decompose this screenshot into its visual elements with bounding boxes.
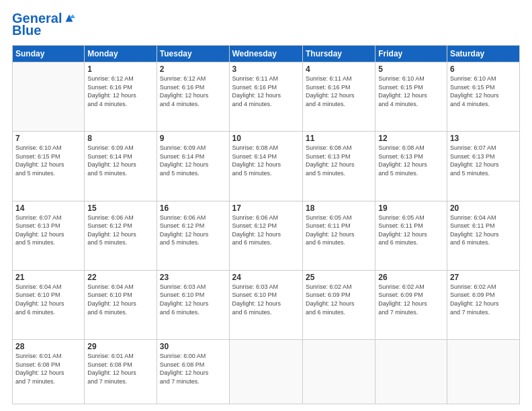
day-info: Sunrise: 6:09 AM Sunset: 6:14 PM Dayligh… bbox=[160, 144, 226, 177]
calendar-week-3: 14Sunrise: 6:07 AM Sunset: 6:13 PM Dayli… bbox=[13, 201, 520, 270]
day-info: Sunrise: 6:08 AM Sunset: 6:14 PM Dayligh… bbox=[232, 144, 300, 177]
calendar-cell: 14Sunrise: 6:07 AM Sunset: 6:13 PM Dayli… bbox=[13, 201, 85, 270]
day-number: 13 bbox=[450, 134, 517, 143]
calendar-cell: 29Sunrise: 6:01 AM Sunset: 6:08 PM Dayli… bbox=[85, 340, 157, 404]
day-info: Sunrise: 6:07 AM Sunset: 6:13 PM Dayligh… bbox=[450, 144, 517, 177]
day-number: 2 bbox=[160, 64, 226, 74]
day-info: Sunrise: 6:12 AM Sunset: 6:16 PM Dayligh… bbox=[160, 75, 226, 108]
day-number: 1 bbox=[87, 64, 153, 74]
day-info: Sunrise: 6:04 AM Sunset: 6:11 PM Dayligh… bbox=[450, 214, 517, 247]
calendar-cell: 17Sunrise: 6:06 AM Sunset: 6:12 PM Dayli… bbox=[229, 201, 302, 270]
calendar-cell: 23Sunrise: 6:03 AM Sunset: 6:10 PM Dayli… bbox=[157, 270, 229, 339]
calendar-cell: 10Sunrise: 6:08 AM Sunset: 6:14 PM Dayli… bbox=[229, 132, 302, 201]
day-info: Sunrise: 6:02 AM Sunset: 6:09 PM Dayligh… bbox=[306, 283, 372, 316]
calendar-cell: 4Sunrise: 6:11 AM Sunset: 6:16 PM Daylig… bbox=[302, 62, 375, 132]
calendar-cell bbox=[229, 340, 302, 404]
day-info: Sunrise: 6:10 AM Sunset: 6:15 PM Dayligh… bbox=[450, 75, 517, 108]
calendar-cell: 18Sunrise: 6:05 AM Sunset: 6:11 PM Dayli… bbox=[302, 201, 375, 270]
day-info: Sunrise: 6:10 AM Sunset: 6:15 PM Dayligh… bbox=[378, 75, 444, 108]
day-number: 28 bbox=[15, 342, 81, 351]
column-header-wednesday: Wednesday bbox=[229, 46, 302, 62]
day-info: Sunrise: 6:05 AM Sunset: 6:11 PM Dayligh… bbox=[378, 214, 444, 247]
day-info: Sunrise: 6:06 AM Sunset: 6:12 PM Dayligh… bbox=[232, 214, 300, 247]
day-info: Sunrise: 6:10 AM Sunset: 6:15 PM Dayligh… bbox=[15, 144, 81, 177]
day-number: 4 bbox=[306, 64, 372, 74]
day-info: Sunrise: 6:08 AM Sunset: 6:13 PM Dayligh… bbox=[306, 144, 372, 177]
calendar-cell: 27Sunrise: 6:02 AM Sunset: 6:09 PM Dayli… bbox=[447, 270, 519, 339]
day-info: Sunrise: 6:06 AM Sunset: 6:12 PM Dayligh… bbox=[87, 214, 153, 247]
day-number: 27 bbox=[450, 273, 517, 282]
day-number: 3 bbox=[232, 64, 300, 74]
header: General Blue bbox=[12, 11, 520, 38]
day-number: 14 bbox=[15, 203, 81, 213]
column-header-friday: Friday bbox=[375, 46, 447, 62]
logo: General Blue bbox=[12, 11, 75, 38]
day-number: 6 bbox=[450, 64, 517, 74]
calendar-header-row: SundayMondayTuesdayWednesdayThursdayFrid… bbox=[13, 46, 520, 62]
calendar-cell: 30Sunrise: 6:00 AM Sunset: 6:08 PM Dayli… bbox=[157, 340, 229, 404]
day-info: Sunrise: 6:05 AM Sunset: 6:11 PM Dayligh… bbox=[306, 214, 372, 247]
column-header-tuesday: Tuesday bbox=[157, 46, 229, 62]
calendar-cell: 2Sunrise: 6:12 AM Sunset: 6:16 PM Daylig… bbox=[157, 62, 229, 132]
calendar-cell: 13Sunrise: 6:07 AM Sunset: 6:13 PM Dayli… bbox=[447, 132, 519, 201]
day-info: Sunrise: 6:02 AM Sunset: 6:09 PM Dayligh… bbox=[450, 283, 517, 316]
calendar-week-4: 21Sunrise: 6:04 AM Sunset: 6:10 PM Dayli… bbox=[13, 270, 520, 339]
day-info: Sunrise: 6:02 AM Sunset: 6:09 PM Dayligh… bbox=[378, 283, 444, 316]
calendar-week-5: 28Sunrise: 6:01 AM Sunset: 6:08 PM Dayli… bbox=[13, 340, 520, 404]
day-info: Sunrise: 6:04 AM Sunset: 6:10 PM Dayligh… bbox=[87, 283, 153, 316]
calendar-cell: 12Sunrise: 6:08 AM Sunset: 6:13 PM Dayli… bbox=[375, 132, 447, 201]
day-info: Sunrise: 6:11 AM Sunset: 6:16 PM Dayligh… bbox=[232, 75, 300, 108]
day-info: Sunrise: 6:07 AM Sunset: 6:13 PM Dayligh… bbox=[15, 214, 81, 247]
calendar-cell: 16Sunrise: 6:06 AM Sunset: 6:12 PM Dayli… bbox=[157, 201, 229, 270]
day-info: Sunrise: 6:09 AM Sunset: 6:14 PM Dayligh… bbox=[87, 144, 153, 177]
day-info: Sunrise: 6:01 AM Sunset: 6:08 PM Dayligh… bbox=[87, 352, 153, 385]
day-number: 26 bbox=[378, 273, 444, 282]
day-info: Sunrise: 6:12 AM Sunset: 6:16 PM Dayligh… bbox=[87, 75, 153, 108]
column-header-saturday: Saturday bbox=[447, 46, 519, 62]
day-number: 30 bbox=[160, 342, 226, 351]
day-number: 5 bbox=[378, 64, 444, 74]
day-number: 16 bbox=[160, 203, 226, 213]
calendar-cell bbox=[447, 340, 519, 404]
day-number: 22 bbox=[87, 273, 153, 282]
day-number: 10 bbox=[232, 134, 300, 143]
day-info: Sunrise: 6:01 AM Sunset: 6:08 PM Dayligh… bbox=[15, 352, 81, 385]
day-number: 7 bbox=[15, 134, 81, 143]
day-number: 9 bbox=[160, 134, 226, 143]
column-header-sunday: Sunday bbox=[13, 46, 85, 62]
day-info: Sunrise: 6:04 AM Sunset: 6:10 PM Dayligh… bbox=[15, 283, 81, 316]
day-number: 20 bbox=[450, 203, 517, 213]
calendar-cell: 15Sunrise: 6:06 AM Sunset: 6:12 PM Dayli… bbox=[85, 201, 157, 270]
day-number: 11 bbox=[306, 134, 372, 143]
day-number: 25 bbox=[306, 273, 372, 282]
day-number: 17 bbox=[232, 203, 300, 213]
calendar-cell: 3Sunrise: 6:11 AM Sunset: 6:16 PM Daylig… bbox=[229, 62, 302, 132]
day-number: 24 bbox=[232, 273, 300, 282]
day-number: 12 bbox=[378, 134, 444, 143]
column-header-monday: Monday bbox=[85, 46, 157, 62]
calendar-week-1: 1Sunrise: 6:12 AM Sunset: 6:16 PM Daylig… bbox=[13, 62, 520, 132]
calendar-cell: 28Sunrise: 6:01 AM Sunset: 6:08 PM Dayli… bbox=[13, 340, 85, 404]
column-header-thursday: Thursday bbox=[302, 46, 375, 62]
calendar-cell bbox=[302, 340, 375, 404]
day-info: Sunrise: 6:11 AM Sunset: 6:16 PM Dayligh… bbox=[306, 75, 372, 108]
day-number: 15 bbox=[87, 203, 153, 213]
calendar-cell: 19Sunrise: 6:05 AM Sunset: 6:11 PM Dayli… bbox=[375, 201, 447, 270]
day-info: Sunrise: 6:03 AM Sunset: 6:10 PM Dayligh… bbox=[160, 283, 226, 316]
calendar-table: SundayMondayTuesdayWednesdayThursdayFrid… bbox=[12, 45, 520, 404]
calendar-cell: 22Sunrise: 6:04 AM Sunset: 6:10 PM Dayli… bbox=[85, 270, 157, 339]
logo-icon bbox=[63, 12, 75, 24]
day-info: Sunrise: 6:06 AM Sunset: 6:12 PM Dayligh… bbox=[160, 214, 226, 247]
calendar-cell bbox=[375, 340, 447, 404]
day-number: 18 bbox=[306, 203, 372, 213]
calendar-cell: 7Sunrise: 6:10 AM Sunset: 6:15 PM Daylig… bbox=[13, 132, 85, 201]
calendar-cell: 25Sunrise: 6:02 AM Sunset: 6:09 PM Dayli… bbox=[302, 270, 375, 339]
calendar-cell: 9Sunrise: 6:09 AM Sunset: 6:14 PM Daylig… bbox=[157, 132, 229, 201]
calendar-cell: 21Sunrise: 6:04 AM Sunset: 6:10 PM Dayli… bbox=[13, 270, 85, 339]
day-number: 29 bbox=[87, 342, 153, 351]
calendar-cell: 8Sunrise: 6:09 AM Sunset: 6:14 PM Daylig… bbox=[85, 132, 157, 201]
calendar-cell: 26Sunrise: 6:02 AM Sunset: 6:09 PM Dayli… bbox=[375, 270, 447, 339]
calendar-cell: 1Sunrise: 6:12 AM Sunset: 6:16 PM Daylig… bbox=[85, 62, 157, 132]
calendar-cell: 24Sunrise: 6:03 AM Sunset: 6:10 PM Dayli… bbox=[229, 270, 302, 339]
day-info: Sunrise: 6:08 AM Sunset: 6:13 PM Dayligh… bbox=[378, 144, 444, 177]
